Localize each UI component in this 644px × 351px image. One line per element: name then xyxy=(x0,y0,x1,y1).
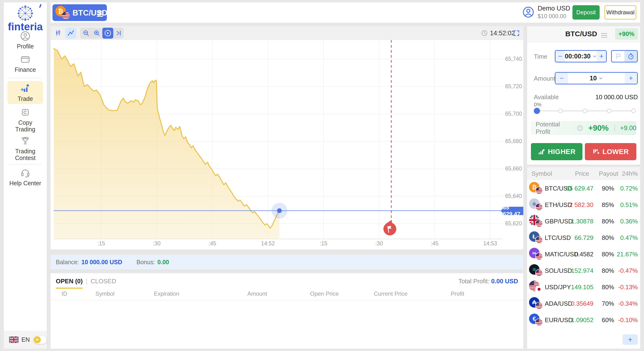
lower-button[interactable]: LOWER xyxy=(585,143,636,160)
us-flag-icon xyxy=(535,318,543,326)
balance-value: 10 000.00 USD xyxy=(81,259,122,266)
zoom-out-icon[interactable] xyxy=(80,28,92,39)
slider-stop-50pct[interactable] xyxy=(582,108,587,113)
flag-icon[interactable] xyxy=(612,51,624,62)
asset-price: 1.30878 xyxy=(556,218,594,225)
sidebar-item-copy-trading[interactable]: Copy Trading xyxy=(4,107,47,132)
sidebar-item-label: Trading Contest xyxy=(8,148,42,161)
brand-logo[interactable]: finteria xyxy=(4,5,47,32)
slider-stop-25pct[interactable] xyxy=(558,108,563,113)
asset-price: 149.105 xyxy=(556,284,594,291)
expiry-mode-toggle xyxy=(611,50,638,62)
fullscreen-icon[interactable] xyxy=(513,30,520,37)
topbar: ₿ BTC/USD Demo USD $10 000.00 Deposit Wi… xyxy=(50,2,640,23)
sidebar-item-finance[interactable]: Finance xyxy=(4,54,47,73)
skip-to-end-icon[interactable] xyxy=(113,28,124,39)
asset-payout: 80% xyxy=(594,267,614,274)
info-circle-icon[interactable]: ? xyxy=(577,125,583,131)
us-flag-icon xyxy=(535,236,543,244)
slider-stop-0pct[interactable] xyxy=(534,108,540,114)
add-asset-button[interactable]: + xyxy=(622,334,638,345)
asset-change-24h: -0.10% xyxy=(616,316,638,324)
time-value-field[interactable]: 00:00:30 xyxy=(565,53,597,60)
copy-icon xyxy=(20,107,31,118)
price-area-fill xyxy=(54,48,280,239)
chart-panel[interactable]: 65,74065,72065,70065,68065,66065,64065,6… xyxy=(50,26,523,250)
amount-slider[interactable] xyxy=(534,107,636,114)
candlestick-chart-icon[interactable] xyxy=(52,28,64,39)
trade-symbol: BTC/USD xyxy=(565,30,597,38)
orders-panel: OPEN (0) | CLOSED Total Profit: 0.00 USD… xyxy=(50,273,523,348)
asset-price: 0.35649 xyxy=(556,300,594,307)
higher-button[interactable]: HIGHER xyxy=(531,143,582,160)
x-axis-tick: 14:52 xyxy=(254,240,282,247)
asset-row[interactable]: ₳ADA/USD0.3564970%-0.34% xyxy=(527,295,640,312)
amount-plus-button[interactable]: + xyxy=(625,73,637,84)
line-chart-icon[interactable] xyxy=(65,28,76,39)
theme-toggle[interactable]: ☀ xyxy=(33,336,47,344)
current-price-chip: 65 629.47 xyxy=(503,207,523,215)
time-minus-button[interactable]: − xyxy=(556,51,565,62)
asset-table: ₿BTC/USD65 629.4790%0.72%◆ETH/USD2 582.3… xyxy=(527,180,640,328)
us-flag-icon xyxy=(535,220,543,227)
price-chart[interactable] xyxy=(50,26,523,250)
orders-column-profit: Profit xyxy=(451,290,464,297)
slider-stop-75pct[interactable] xyxy=(607,108,612,113)
sidebar-item-trading-contest[interactable]: Trading Contest xyxy=(4,136,47,161)
withdrawal-button[interactable]: Withdrawal xyxy=(604,5,636,20)
tab-open[interactable]: OPEN (0) xyxy=(56,278,83,285)
asset-change-24h: 0.72% xyxy=(616,185,638,192)
profile-icon xyxy=(20,30,31,42)
account-menu[interactable]: Demo USD $10 000.00 xyxy=(522,5,579,20)
orders-column-id: ID xyxy=(62,290,67,297)
asset-row[interactable]: ŁLTC/USD66.72980%0.47% xyxy=(527,230,640,246)
tab-closed[interactable]: CLOSED xyxy=(91,278,116,285)
asset-price: 2 582.30 xyxy=(556,201,594,209)
time-plus-button[interactable]: + xyxy=(597,51,606,62)
asset-row[interactable]: ≡SOL/USD152.97480%-0.47% xyxy=(527,262,640,279)
stopwatch-icon[interactable] xyxy=(624,51,637,62)
potential-profit-percent: +90% xyxy=(588,124,608,132)
asset-row[interactable]: USD/JPY149.10580%-0.13% xyxy=(527,279,640,295)
chevron-down-icon xyxy=(599,76,603,80)
trade-panel: BTC/USD +90% Time − 00:00:30 + Amount − … xyxy=(527,26,640,348)
potential-profit-box: Potential Profit ? +90% +9.00 xyxy=(531,121,636,135)
total-profit-label: Total Profit: xyxy=(458,278,490,285)
tab-separator: | xyxy=(86,278,88,285)
play-icon[interactable] xyxy=(102,28,113,39)
sidebar-item-profile[interactable]: Profile xyxy=(4,30,47,50)
potential-profit-label: Potential Profit xyxy=(536,121,575,136)
asset-row[interactable]: €EUR/USD1.0905260%-0.10% xyxy=(527,312,640,328)
amount-value-field[interactable]: 10 xyxy=(568,75,625,82)
asset-row[interactable]: ₿BTC/USD65 629.4790%0.72% xyxy=(527,180,640,196)
total-profit: Total Profit: 0.00 USD xyxy=(458,278,518,285)
x-axis-tick: :45 xyxy=(420,240,449,247)
asset-change-24h: -0.34% xyxy=(616,300,638,307)
higher-label: HIGHER xyxy=(548,148,576,156)
asset-row[interactable]: ∞MATIC/USD0.458280%21.67% xyxy=(527,246,640,262)
sidebar-footer: EN ☀ xyxy=(4,331,47,348)
account-balance: $10 000.00 xyxy=(538,13,570,20)
hamburger-icon xyxy=(97,10,103,18)
zoom-in-icon[interactable] xyxy=(91,28,102,39)
us-flag-canton xyxy=(536,236,539,240)
sidebar-item-trade[interactable]: Trade xyxy=(8,81,43,104)
svg-text:?: ? xyxy=(579,126,581,130)
amount-minus-button[interactable]: − xyxy=(556,73,568,84)
deposit-button[interactable]: Deposit xyxy=(572,5,600,20)
pair-selector-button[interactable]: ₿ BTC/USD xyxy=(52,4,107,21)
asset-row[interactable]: ◆ETH/USD2 582.3085%0.51% xyxy=(527,196,640,213)
y-axis-tick: 65,640 xyxy=(505,193,523,199)
slider-stop-100pct[interactable] xyxy=(631,108,636,113)
language-selector[interactable]: EN xyxy=(22,336,30,343)
sidebar-item-help-center[interactable]: Help Center xyxy=(4,168,47,186)
balance-label: Balance: xyxy=(56,259,79,266)
asset-header-24h: 24h% xyxy=(618,170,638,178)
asset-row[interactable]: GBP/USD1.3087880%0.36% xyxy=(527,213,640,230)
trade-panel-header: BTC/USD +90% xyxy=(527,26,640,42)
hamburger-icon[interactable] xyxy=(601,32,607,39)
bars-down-icon xyxy=(592,148,600,155)
payout-badge: +90% xyxy=(615,28,638,40)
asset-header-payout: Payout xyxy=(599,170,618,178)
asset-change-24h: 21.67% xyxy=(616,250,638,258)
